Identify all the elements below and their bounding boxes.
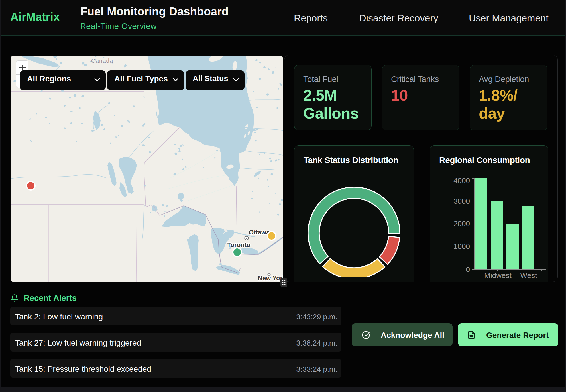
svg-text:0: 0 xyxy=(466,265,470,274)
svg-text:Canada: Canada xyxy=(91,58,113,64)
svg-text:Midwest: Midwest xyxy=(484,271,512,280)
svg-text:Ottawa: Ottawa xyxy=(249,229,270,236)
svg-text:Toronto: Toronto xyxy=(227,241,250,248)
svg-text:2000: 2000 xyxy=(453,219,470,228)
svg-text:1000: 1000 xyxy=(453,242,470,251)
svg-text:West: West xyxy=(520,271,538,280)
svg-text:New York: New York xyxy=(258,275,283,282)
svg-text:4000: 4000 xyxy=(453,176,470,185)
svg-text:3000: 3000 xyxy=(453,197,470,205)
